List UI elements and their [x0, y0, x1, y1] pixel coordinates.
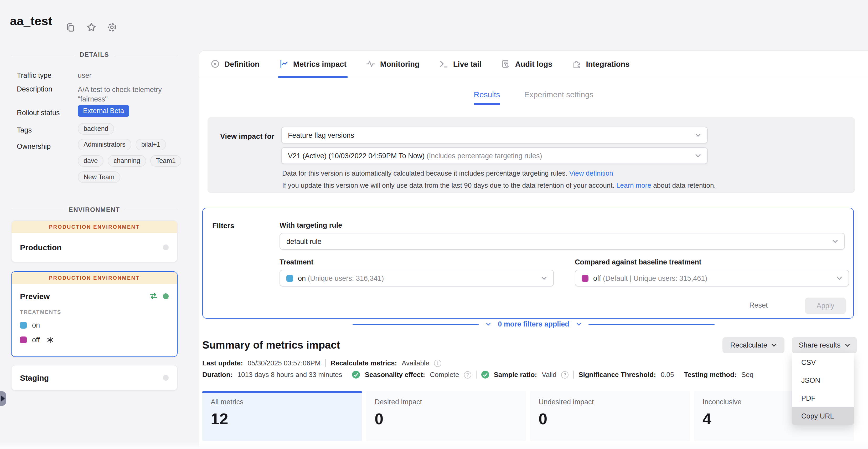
puzzle-icon: [572, 59, 581, 68]
share-results-button[interactable]: Share results: [792, 337, 857, 353]
subtab-results[interactable]: Results: [474, 90, 500, 104]
view-impact-label: View impact for: [220, 132, 274, 140]
rollout-status-badge[interactable]: External Beta: [78, 105, 129, 117]
environment-section-title: ENVIRONMENT: [69, 206, 120, 213]
testing-method-value: Seq: [741, 371, 753, 379]
learn-more-link[interactable]: Learn more: [616, 181, 651, 189]
owner-pill: New Team: [78, 171, 120, 183]
document-search-icon: [501, 59, 510, 68]
menu-item-copy-url[interactable]: Copy URL: [792, 407, 854, 425]
treatment-row-on: on: [11, 315, 177, 329]
menu-item-csv[interactable]: CSV: [792, 353, 854, 371]
env-card-staging[interactable]: Staging: [11, 365, 178, 391]
tab-monitoring[interactable]: Monitoring: [367, 51, 420, 77]
last-update-label: Last update:: [202, 359, 243, 367]
terminal-icon: [439, 59, 448, 68]
details-section-header: DETAILS: [11, 51, 178, 58]
preview-env-banner: PRODUCTION ENVIRONMENT: [11, 272, 177, 284]
chevron-down-icon: [832, 239, 838, 243]
chevron-down-icon: [541, 276, 547, 280]
tab-integrations[interactable]: Integrations: [572, 51, 629, 77]
treatments-label: TREATMENTS: [11, 308, 177, 315]
chevron-down-icon: [577, 322, 581, 326]
targeting-rule-dropdown[interactable]: default rule: [280, 233, 845, 250]
chevron-down-icon: [836, 276, 842, 280]
filters-label: Filters: [212, 221, 234, 230]
sidebar: DETAILS Traffic type user Description A/…: [0, 0, 198, 449]
check-circle-icon: [481, 371, 489, 379]
targeting-rule-label: With targeting rule: [280, 221, 342, 229]
metric-card-all-metrics[interactable]: All metrics 12: [202, 391, 362, 441]
tab-audit-logs[interactable]: Audit logs: [501, 51, 553, 77]
description-label: Description: [17, 85, 52, 93]
chevron-down-icon: [695, 153, 701, 158]
metric-card-undesired-impact[interactable]: Undesired impact 0: [530, 391, 690, 441]
env-card-preview[interactable]: PRODUCTION ENVIRONMENT Preview TREATMENT…: [11, 271, 178, 357]
tab-metrics-impact[interactable]: Metrics impact: [280, 51, 346, 77]
summary-title: Summary of metrics impact: [202, 339, 340, 351]
divider: [679, 371, 679, 379]
chevron-down-icon: [845, 343, 850, 347]
tags-list: backend: [78, 123, 114, 134]
tab-definition[interactable]: Definition: [211, 51, 259, 77]
env-card-production[interactable]: PRODUCTION ENVIRONMENT Production: [11, 220, 178, 262]
ownership-list: Administrators bilal+1 dave channing Tea…: [78, 139, 183, 183]
treatment-dropdown[interactable]: on (Unique users: 316,341): [280, 270, 554, 287]
ownership-label: Ownership: [17, 143, 51, 150]
view-definition-link[interactable]: View definition: [569, 169, 613, 177]
duration-row: Duration: 1013 days 8 hours and 33 minut…: [202, 371, 753, 379]
more-filters-row: 0 more filters applied: [199, 320, 868, 328]
menu-item-pdf[interactable]: PDF: [792, 389, 854, 407]
menu-item-json[interactable]: JSON: [792, 371, 854, 389]
divider: [325, 359, 326, 367]
pulse-icon: [367, 59, 375, 68]
view-impact-section: View impact for Feature flag versions V2…: [208, 117, 855, 193]
play-triangle-icon: [1, 395, 5, 402]
duration-value: 1013 days 8 hours and 33 minutes: [238, 371, 342, 379]
chart-line-icon: [280, 59, 288, 68]
bottom-scroll-fade: [0, 442, 868, 449]
treatment-off-swatch: [20, 336, 27, 343]
main-panel: Definition Metrics impact Monitoring: [198, 51, 868, 449]
recalculate-metrics-label: Recalculate metrics:: [331, 359, 397, 367]
question-circle-icon[interactable]: ?: [464, 371, 471, 378]
production-env-banner: PRODUCTION ENVIRONMENT: [11, 221, 177, 233]
treatment-on-name: on: [32, 321, 40, 329]
metric-cards-row: All metrics 12 Desired impact 0 Undesire…: [202, 391, 854, 441]
chevron-down-icon: [695, 133, 701, 137]
seasonality-label: Seasonality effect:: [365, 371, 425, 379]
tab-bar: Definition Metrics impact Monitoring: [199, 51, 868, 77]
tab-live-tail[interactable]: Live tail: [439, 51, 482, 77]
description-value: A/A test to check telemetry "fairness": [78, 85, 174, 104]
info-circle-icon[interactable]: i: [434, 359, 441, 367]
tags-label: Tags: [17, 126, 32, 134]
status-dot: [163, 375, 169, 381]
impact-source-dropdown[interactable]: Feature flag versions: [281, 127, 708, 144]
environment-section-header: ENVIRONMENT: [11, 206, 178, 213]
share-results-menu: CSV JSON PDF Copy URL: [792, 353, 854, 425]
baseline-dropdown[interactable]: off (Default | Unique users: 315,461): [575, 270, 849, 287]
traffic-type-label: Traffic type: [17, 71, 52, 80]
significance-label: Significance Threshold:: [579, 371, 656, 379]
owner-pill: dave: [78, 155, 103, 167]
recalculate-button[interactable]: Recalculate: [722, 337, 784, 353]
env-name-staging: Staging: [20, 373, 49, 382]
treatment-on-swatch: [286, 275, 293, 281]
swap-icon[interactable]: [149, 292, 158, 300]
divider: [476, 371, 476, 379]
subtab-experiment-settings[interactable]: Experiment settings: [524, 90, 593, 104]
filters-section: Filters With targeting rule default rule…: [202, 208, 854, 319]
metric-card-desired-impact[interactable]: Desired impact 0: [366, 391, 526, 441]
treatment-on-swatch: [20, 322, 27, 329]
traffic-type-value: user: [78, 71, 92, 80]
apply-button[interactable]: Apply: [805, 298, 846, 314]
expand-sidebar-handle[interactable]: [0, 391, 6, 406]
more-filters-toggle[interactable]: 0 more filters applied: [498, 320, 569, 328]
check-circle-icon: [352, 371, 360, 379]
last-update-value: 05/30/2025 03:57:06PM: [248, 359, 321, 367]
reset-button[interactable]: Reset: [749, 301, 768, 309]
results-subtab-bar: Results Experiment settings: [199, 90, 868, 104]
owner-pill: Team1: [150, 155, 182, 167]
question-circle-icon[interactable]: ?: [561, 371, 568, 378]
version-dropdown[interactable]: V21 (Active) (10/03/2022 04:59PM To Now)…: [281, 147, 708, 164]
